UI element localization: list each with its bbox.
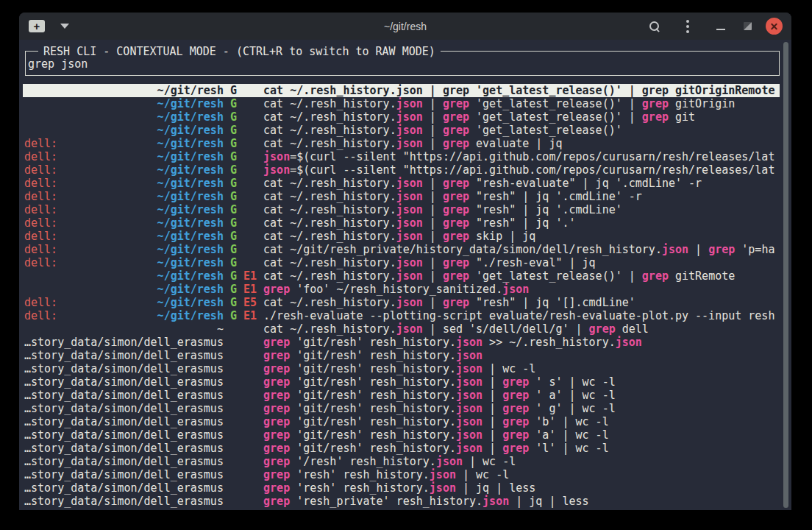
host-label: dell: [24, 163, 57, 177]
directory-label: ~/git/resh [157, 296, 224, 309]
directory-label: …story_data/simon/dell_erasmus [24, 362, 224, 375]
new-tab-button[interactable]: + [28, 18, 46, 35]
flag-G: G [230, 150, 237, 163]
command-text: grep 'git/resh' resh_history.json | grep… [263, 442, 780, 455]
location: dell:~/git/resh [24, 177, 224, 190]
history-row[interactable]: …story_data/simon/dell_erasmusgrep 'resh… [23, 481, 780, 495]
restore-button[interactable] [738, 18, 756, 35]
directory-label: ~/git/resh [157, 124, 224, 137]
history-row[interactable]: …story_data/simon/dell_erasmusgrep 'git/… [23, 336, 780, 349]
history-row[interactable]: dell:~/git/reshGcat ~/.resh_history.json… [23, 190, 780, 203]
command-text: grep 'git/resh' resh_history.json | grep… [263, 402, 780, 415]
location: dell:~/git/resh [24, 216, 224, 230]
history-row[interactable]: ~/git/reshG E1cat ~/.resh_history.json |… [23, 269, 780, 283]
flags: G [230, 203, 257, 216]
location: …story_data/simon/dell_erasmus [24, 336, 224, 349]
history-row-selected[interactable]: ~/git/reshGcat ~/.resh_history.json | gr… [23, 84, 780, 97]
history-row[interactable]: dell:~/git/reshGjson=$(curl --silent "ht… [23, 163, 780, 177]
history-row[interactable]: …story_data/simon/dell_erasmusgrep 'git/… [23, 428, 780, 442]
flags [230, 428, 257, 442]
history-row[interactable]: …story_data/simon/dell_erasmusgrep 'resh… [23, 468, 780, 481]
history-row[interactable]: ~cat ~/.resh_history.json | sed 's/dell/… [23, 322, 780, 336]
history-row[interactable]: …story_data/simon/dell_erasmusgrep 'git/… [23, 442, 780, 455]
history-row[interactable]: ~/git/reshGcat ~/.resh_history.json | gr… [23, 97, 780, 110]
history-row[interactable]: dell:~/git/reshGcat ~/.resh_history.json… [23, 216, 780, 230]
directory-label: ~ [217, 322, 224, 336]
location: ~/git/resh [24, 84, 224, 97]
scrollbar[interactable] [783, 42, 788, 508]
location: …story_data/simon/dell_erasmus [24, 375, 224, 389]
host-label: dell: [24, 177, 57, 190]
restore-icon [744, 22, 752, 30]
history-row[interactable]: …story_data/simon/dell_erasmusgrep 'git/… [23, 375, 780, 389]
location: …story_data/simon/dell_erasmus [24, 389, 224, 402]
minimize-button[interactable] [712, 18, 730, 35]
history-row[interactable]: dell:~/git/reshGcat ~/.resh_history.json… [23, 177, 780, 190]
new-tab-dropdown-button[interactable] [56, 18, 74, 35]
command-text: cat ~/.resh_history.json | grep "./resh-… [263, 256, 780, 269]
location: dell:~/git/resh [24, 137, 224, 150]
location: dell:~/git/resh [24, 163, 224, 177]
flags: G [230, 163, 257, 177]
menu-button[interactable] [679, 18, 697, 35]
history-row[interactable]: dell:~/git/reshGcat ~/.resh_history.json… [23, 203, 780, 216]
history-row[interactable]: …story_data/simon/dell_erasmusgrep '/res… [23, 455, 780, 468]
history-row[interactable]: ~/git/reshG E1grep 'foo' ~/resh_history_… [23, 283, 780, 296]
history-row[interactable]: …story_data/simon/dell_erasmusgrep 'git/… [23, 389, 780, 402]
flags: G [230, 137, 257, 150]
flags [230, 322, 257, 336]
location: …story_data/simon/dell_erasmus [24, 442, 224, 455]
flag-E1: E1 [243, 269, 257, 283]
history-row[interactable]: dell:~/git/reshGcat ~/.resh_history.json… [23, 230, 780, 243]
close-button[interactable] [765, 18, 783, 35]
history-list: ~/git/reshGcat ~/.resh_history.json | gr… [23, 84, 780, 508]
location: dell:~/git/resh [24, 190, 224, 203]
history-row[interactable]: …story_data/simon/dell_erasmusgrep 'git/… [23, 402, 780, 415]
command-text: grep 'foo' ~/resh_history_sanitized.json [263, 283, 780, 296]
host-label: dell: [24, 216, 57, 230]
flags: G [230, 230, 257, 243]
flags: G [230, 256, 257, 269]
flag-G: G [230, 216, 237, 230]
flag-G: G [230, 256, 237, 269]
command-text: cat ~/.resh_history.json | grep 'get_lat… [263, 124, 780, 137]
flag-G: G [230, 230, 237, 243]
command-text: grep 'git/resh' resh_history.json | grep… [263, 428, 780, 442]
host-label: dell: [24, 150, 57, 163]
directory-label: …story_data/simon/dell_erasmus [24, 428, 224, 442]
history-row[interactable]: …story_data/simon/dell_erasmusgrep 'git/… [23, 362, 780, 375]
directory-label: …story_data/simon/dell_erasmus [24, 481, 224, 495]
host-label: dell: [24, 230, 57, 243]
host-label: dell: [24, 309, 57, 322]
location: dell:~/git/resh [24, 309, 224, 322]
location: …story_data/simon/dell_erasmus [24, 362, 224, 375]
location: ~/git/resh [24, 110, 224, 124]
flags: G [230, 110, 257, 124]
history-row[interactable]: …story_data/simon/dell_erasmusgrep 'git/… [23, 349, 780, 362]
directory-label: ~/git/resh [157, 110, 224, 124]
flag-G: G [230, 110, 237, 124]
history-row[interactable]: dell:~/git/reshGcat ~/.resh_history.json… [23, 137, 780, 150]
history-row[interactable]: dell:~/git/reshG E1./resh-evaluate --plo… [23, 309, 780, 322]
history-row[interactable]: dell:~/git/reshGcat ~/.resh_history.json… [23, 256, 780, 269]
history-row[interactable]: dell:~/git/reshGjson=$(curl --silent "ht… [23, 150, 780, 163]
command-text: grep 'git/resh' resh_history.json | wc -… [263, 362, 780, 375]
history-row[interactable]: dell:~/git/reshGcat ~/git/resh_private/h… [23, 243, 780, 256]
history-row[interactable]: …story_data/simon/dell_erasmusgrep 'resh… [23, 495, 780, 508]
history-row[interactable]: …story_data/simon/dell_erasmusgrep 'git/… [23, 415, 780, 428]
search-button[interactable] [646, 18, 663, 35]
history-row[interactable]: dell:~/git/reshG E5cat ~/.resh_history.j… [23, 296, 780, 309]
command-text: cat ~/.resh_history.json | grep skip | j… [263, 230, 780, 243]
command-text: cat ~/.resh_history.json | sed 's/dell/d… [263, 322, 780, 336]
host-label: dell: [24, 296, 57, 309]
flags [230, 495, 257, 508]
flag-G: G [230, 190, 237, 203]
history-row[interactable]: ~/git/reshGcat ~/.resh_history.json | gr… [23, 124, 780, 137]
flags [230, 415, 257, 428]
location: ~/git/resh [24, 97, 224, 110]
location: ~/git/resh [24, 283, 224, 296]
directory-label: ~/git/resh [157, 203, 224, 216]
directory-label: ~/git/resh [157, 216, 224, 230]
history-row[interactable]: ~/git/reshGcat ~/.resh_history.json | gr… [23, 110, 780, 124]
search-query-input[interactable]: grep json [28, 57, 779, 71]
